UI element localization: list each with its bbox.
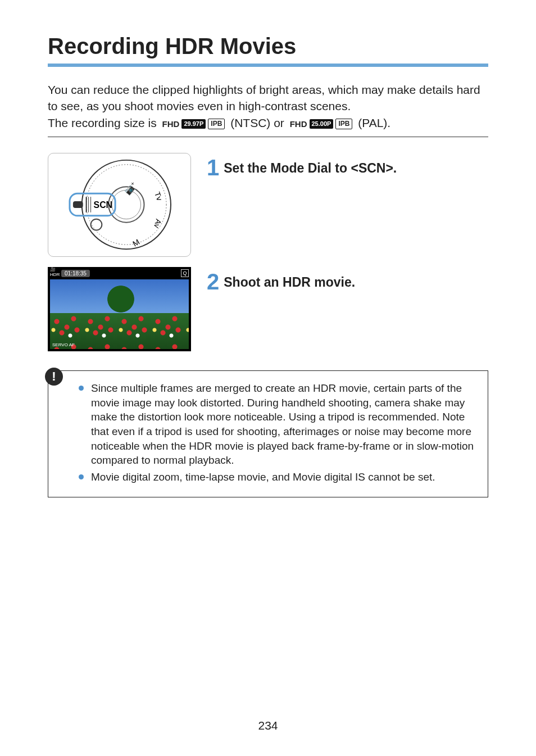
caution-list: Since multiple frames are merged to crea…: [79, 381, 476, 484]
fhd-icon: FHD: [162, 118, 180, 130]
ipb-icon: IPB: [335, 119, 352, 129]
caution-item: Movie digital zoom, time-lapse movie, an…: [79, 470, 476, 485]
step-1-block: 📷⁺ Tv Av M SCN 1 Set the Mode Dial to <S…: [48, 153, 488, 257]
recording-time: 01:18:35: [61, 270, 90, 277]
svg-text:SCN: SCN: [94, 200, 112, 210]
step-1-title: Set the Mode Dial to <SCN>.: [224, 156, 397, 176]
q-icon: Q: [181, 269, 189, 277]
fps-ntsc-icon: 29.97P: [181, 119, 206, 129]
svg-point-3: [112, 190, 140, 219]
intro-divider: [48, 137, 488, 137]
step-1-prefix: Set the Mode Dial to <: [224, 161, 358, 175]
step-1-image: 📷⁺ Tv Av M SCN: [48, 153, 191, 257]
rec-spec-ntsc: FHD 29.97P IPB: [162, 118, 225, 130]
step-2-image: 🎥HDR 01:18:35 Q SERVO AF: [48, 267, 191, 351]
svg-text:Av: Av: [152, 218, 163, 229]
caution-item: Since multiple frames are merged to crea…: [79, 381, 476, 468]
step-2-content: 2 Shoot an HDR movie.: [207, 270, 355, 293]
screenshot-topbar: 01:18:35 Q: [50, 269, 189, 277]
title-underline: [48, 64, 488, 67]
page-number: 234: [0, 719, 536, 732]
intro-paragraph: You can reduce the clipped highlights of…: [48, 82, 488, 131]
intro-pal: (PAL).: [358, 116, 390, 129]
step-2-block: 🎥HDR 01:18:35 Q SERVO AF 2 Shoot an HDR …: [48, 267, 488, 351]
intro-ntsc: (NTSC) or: [230, 116, 284, 129]
step-1-number: 1: [207, 156, 219, 179]
intro-line1: You can reduce the clipped highlights of…: [48, 83, 480, 112]
caution-icon: !: [45, 368, 63, 386]
servo-af-label: SERVO AF: [51, 342, 76, 348]
dial-svg: 📷⁺ Tv Av M SCN: [48, 153, 190, 256]
page-title: Recording HDR Movies: [48, 34, 488, 59]
step-1-suffix: >.: [385, 161, 397, 175]
step-2-title: Shoot an HDR movie.: [224, 270, 355, 290]
camera-screenshot: 🎥HDR 01:18:35 Q SERVO AF: [48, 267, 191, 351]
svg-text:Tv: Tv: [153, 191, 164, 202]
fhd-icon: FHD: [290, 118, 307, 130]
step-1-content: 1 Set the Mode Dial to <SCN>.: [207, 156, 397, 179]
caution-box: ! Since multiple frames are merged to cr…: [48, 370, 488, 497]
tree-area: [104, 285, 138, 313]
mode-dial-illustration: 📷⁺ Tv Av M SCN: [48, 153, 191, 257]
rec-spec-pal: FHD 25.00P IPB: [290, 118, 353, 130]
step-2-number: 2: [207, 270, 219, 293]
svg-rect-9: [73, 201, 83, 208]
scn-label: SCN: [358, 161, 386, 175]
intro-rec-label: The recording size is: [48, 116, 157, 129]
ipb-icon: IPB: [208, 119, 225, 129]
svg-point-14: [91, 219, 102, 230]
fps-pal-icon: 25.00P: [310, 119, 334, 129]
